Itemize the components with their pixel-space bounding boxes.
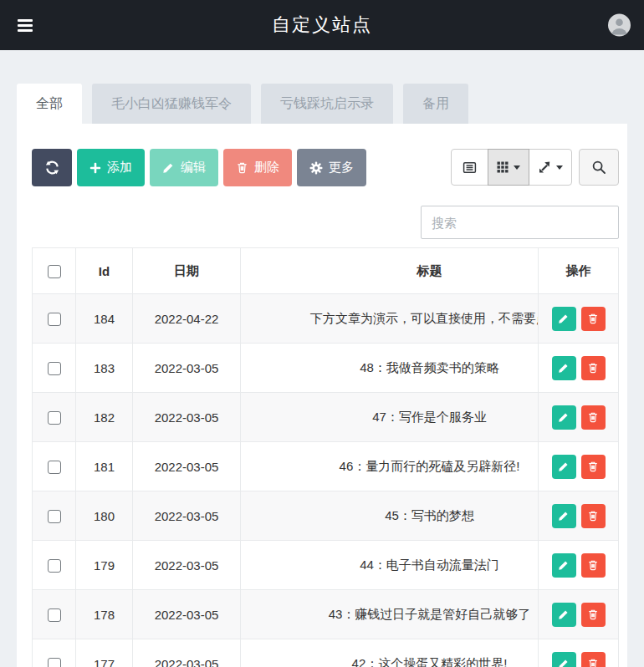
table-row[interactable]: 178 2022-03-05 43：赚钱过日子就是管好自己就够了 [33, 590, 619, 639]
row-actions [538, 491, 619, 541]
delete-button[interactable]: 删除 [223, 149, 292, 186]
tab-backup[interactable]: 备用 [403, 84, 468, 124]
row-checkbox[interactable] [48, 313, 61, 326]
pagination-toggle-button[interactable] [451, 149, 488, 186]
edit-row-button[interactable] [552, 307, 576, 331]
row-date: 2022-03-05 [133, 590, 241, 639]
row-checkbox-cell [33, 639, 76, 667]
edit-row-button[interactable] [552, 652, 576, 667]
tab-bar: 全部 毛小白凶猛赚钱军令 亏钱踩坑启示录 备用 [17, 84, 627, 124]
trash-icon [587, 461, 599, 472]
column-header-actions: 操作 [538, 248, 619, 294]
select-all-checkbox[interactable] [48, 265, 61, 278]
table-row[interactable]: 184 2022-04-22 下方文章为演示，可以直接使用，不需要点 [33, 294, 619, 344]
export-dropdown-button[interactable] [529, 149, 572, 186]
row-checkbox[interactable] [48, 362, 61, 375]
app-header: 自定义站点 [0, 0, 644, 50]
avatar[interactable] [608, 14, 631, 37]
edit-row-button[interactable] [552, 455, 576, 479]
search-icon [591, 160, 606, 175]
content-area: 全部 毛小白凶猛赚钱军令 亏钱踩坑启示录 备用 [0, 84, 644, 667]
search-row [32, 206, 619, 239]
actions-column: 操作 [538, 248, 619, 667]
more-button-label: 更多 [329, 160, 354, 176]
trash-icon [587, 510, 599, 522]
edit-row-button[interactable] [552, 405, 576, 430]
row-checkbox-cell [33, 442, 76, 491]
edit-row-button[interactable] [552, 553, 576, 578]
row-id: 183 [76, 344, 133, 393]
table-row[interactable]: 179 2022-03-05 44：电子书自动流量法门 [33, 541, 619, 590]
row-checkbox-cell [33, 541, 76, 590]
row-actions [538, 393, 619, 442]
column-header-date: 日期 [133, 248, 241, 294]
add-button[interactable]: 添加 [77, 149, 145, 186]
table-row[interactable]: 181 2022-03-05 46：量力而行的死磕及另辟新径! [33, 442, 619, 491]
grid-icon [497, 161, 509, 173]
pencil-icon [558, 559, 570, 571]
row-actions [538, 294, 619, 344]
tab-all[interactable]: 全部 [17, 84, 82, 124]
row-checkbox-cell [33, 590, 76, 639]
row-checkbox[interactable] [48, 411, 61, 425]
pencil-icon [558, 362, 570, 374]
delete-row-button[interactable] [581, 504, 606, 528]
search-toggle-button[interactable] [579, 149, 619, 186]
row-date: 2022-03-05 [133, 344, 241, 393]
row-checkbox[interactable] [48, 461, 61, 474]
columns-dropdown-button[interactable] [488, 149, 529, 186]
delete-row-button[interactable] [581, 455, 606, 479]
row-id: 179 [76, 541, 133, 590]
tab-category-2[interactable]: 亏钱踩坑启示录 [261, 84, 393, 124]
tab-category-1[interactable]: 毛小白凶猛赚钱军令 [92, 84, 251, 124]
menu-toggle-button[interactable] [13, 14, 37, 37]
delete-row-button[interactable] [581, 652, 606, 667]
hamburger-icon [18, 19, 33, 22]
edit-row-button[interactable] [552, 603, 576, 627]
data-table: Id 日期 标题 184 2022-04-22 下方文章为演示，可以直接使用，不… [32, 247, 619, 667]
caret-down-icon [556, 165, 563, 170]
export-icon [538, 160, 551, 174]
edit-row-button[interactable] [552, 356, 576, 380]
table-row[interactable]: 183 2022-03-05 48：我做音频卖书的策略 [33, 344, 619, 393]
table-row[interactable]: 180 2022-03-05 45：写书的梦想 [33, 491, 619, 541]
edit-button[interactable]: 编辑 [150, 149, 218, 186]
row-checkbox[interactable] [48, 608, 61, 622]
table-row[interactable]: 177 2022-03-05 42：这个操蛋又精彩的世界! [33, 639, 619, 667]
delete-row-button[interactable] [581, 307, 606, 331]
search-input[interactable] [421, 206, 619, 239]
row-actions [538, 442, 619, 491]
delete-row-button[interactable] [581, 603, 606, 627]
add-button-label: 添加 [107, 160, 132, 176]
row-id: 184 [76, 294, 133, 344]
row-checkbox[interactable] [48, 658, 61, 667]
pencil-icon [558, 461, 570, 472]
delete-row-button[interactable] [581, 356, 606, 380]
toolbar-right [451, 149, 619, 186]
trash-icon [236, 161, 248, 174]
pencil-icon [558, 510, 570, 522]
row-checkbox[interactable] [48, 510, 61, 523]
pencil-icon [558, 608, 570, 620]
toolbar-left: 添加 编辑 删除 [32, 149, 366, 186]
row-date: 2022-03-05 [133, 393, 241, 442]
delete-row-button[interactable] [581, 553, 606, 578]
delete-row-button[interactable] [581, 405, 606, 430]
refresh-button[interactable] [32, 149, 72, 186]
trash-icon [587, 559, 599, 571]
trash-icon [587, 608, 599, 620]
table-header-row: Id 日期 标题 [33, 248, 619, 294]
row-checkbox-cell [33, 294, 76, 344]
plus-icon [89, 162, 101, 174]
more-button[interactable]: 更多 [297, 149, 366, 186]
edit-row-button[interactable] [552, 504, 576, 528]
pencil-icon [162, 161, 175, 174]
pencil-icon [558, 411, 570, 423]
row-checkbox-cell [33, 344, 76, 393]
trash-icon [587, 411, 599, 423]
row-checkbox[interactable] [48, 559, 61, 573]
row-id: 180 [76, 491, 133, 541]
pencil-icon [558, 313, 570, 324]
table-row[interactable]: 182 2022-03-05 47：写作是个服务业 [33, 393, 619, 442]
row-date: 2022-03-05 [133, 491, 241, 541]
